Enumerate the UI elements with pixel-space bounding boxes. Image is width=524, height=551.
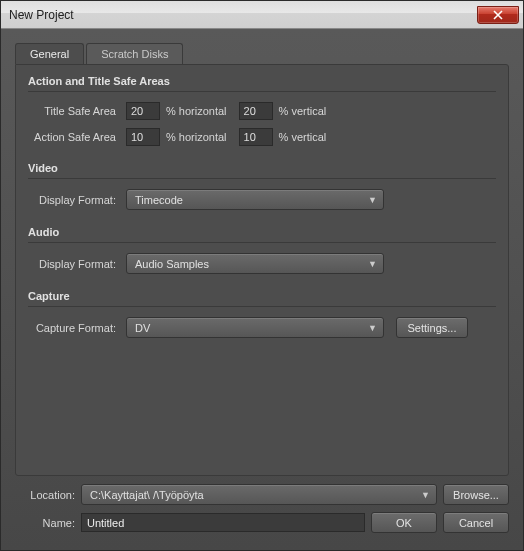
tab-scratch-disks[interactable]: Scratch Disks <box>86 43 183 64</box>
video-display-format-row: Display Format: Timecode ▼ <box>28 189 496 210</box>
audio-display-format-value: Audio Samples <box>135 258 209 270</box>
safe-areas-heading: Action and Title Safe Areas <box>28 75 496 92</box>
capture-heading: Capture <box>28 290 496 307</box>
capture-format-select[interactable]: DV ▼ <box>126 317 384 338</box>
title-safe-label: Title Safe Area <box>28 105 120 117</box>
video-display-format-label: Display Format: <box>28 194 120 206</box>
safe-areas-section: Action and Title Safe Areas Title Safe A… <box>28 75 496 146</box>
pct-horizontal-label: % horizontal <box>166 105 227 117</box>
audio-display-format-row: Display Format: Audio Samples ▼ <box>28 253 496 274</box>
audio-display-format-select[interactable]: Audio Samples ▼ <box>126 253 384 274</box>
window-title: New Project <box>9 8 74 22</box>
action-safe-h-input[interactable] <box>126 128 160 146</box>
title-safe-v-input[interactable] <box>239 102 273 120</box>
capture-settings-button[interactable]: Settings... <box>396 317 468 338</box>
name-row: Name: OK Cancel <box>15 512 509 533</box>
chevron-down-icon: ▼ <box>368 259 377 269</box>
new-project-dialog: New Project General Scratch Disks Action… <box>0 0 524 551</box>
location-label: Location: <box>15 489 75 501</box>
title-safe-h-input[interactable] <box>126 102 160 120</box>
video-section: Video Display Format: Timecode ▼ <box>28 162 496 210</box>
chevron-down-icon: ▼ <box>421 490 430 500</box>
close-button[interactable] <box>477 6 519 24</box>
video-display-format-select[interactable]: Timecode ▼ <box>126 189 384 210</box>
name-input[interactable] <box>81 513 365 532</box>
footer-buttons: OK Cancel <box>371 512 509 533</box>
chevron-down-icon: ▼ <box>368 323 377 333</box>
location-value: C:\Kayttajat\ /\Työpöyta <box>90 489 204 501</box>
chevron-down-icon: ▼ <box>368 195 377 205</box>
title-safe-row: Title Safe Area % horizontal % vertical <box>28 102 496 120</box>
ok-button[interactable]: OK <box>371 512 437 533</box>
titlebar: New Project <box>1 1 523 29</box>
capture-format-value: DV <box>135 322 150 334</box>
cancel-button[interactable]: Cancel <box>443 512 509 533</box>
video-display-format-value: Timecode <box>135 194 183 206</box>
pct-vertical-label: % vertical <box>279 105 327 117</box>
audio-section: Audio Display Format: Audio Samples ▼ <box>28 226 496 274</box>
capture-section: Capture Capture Format: DV ▼ Settings... <box>28 290 496 338</box>
audio-heading: Audio <box>28 226 496 243</box>
dialog-footer: Location: C:\Kayttajat\ /\Työpöyta ▼ Bro… <box>15 484 509 540</box>
location-row: Location: C:\Kayttajat\ /\Työpöyta ▼ Bro… <box>15 484 509 505</box>
action-safe-v-input[interactable] <box>239 128 273 146</box>
tab-general[interactable]: General <box>15 43 84 64</box>
action-safe-label: Action Safe Area <box>28 131 120 143</box>
action-safe-row: Action Safe Area % horizontal % vertical <box>28 128 496 146</box>
tab-bar: General Scratch Disks <box>15 43 509 64</box>
pct-vertical-label-2: % vertical <box>279 131 327 143</box>
browse-button[interactable]: Browse... <box>443 484 509 505</box>
tab-panel-general: Action and Title Safe Areas Title Safe A… <box>15 64 509 476</box>
name-label: Name: <box>15 517 75 529</box>
close-icon <box>492 10 504 20</box>
capture-format-row: Capture Format: DV ▼ Settings... <box>28 317 496 338</box>
dialog-body: General Scratch Disks Action and Title S… <box>1 29 523 550</box>
audio-display-format-label: Display Format: <box>28 258 120 270</box>
location-select[interactable]: C:\Kayttajat\ /\Työpöyta ▼ <box>81 484 437 505</box>
video-heading: Video <box>28 162 496 179</box>
pct-horizontal-label-2: % horizontal <box>166 131 227 143</box>
capture-format-label: Capture Format: <box>28 322 120 334</box>
